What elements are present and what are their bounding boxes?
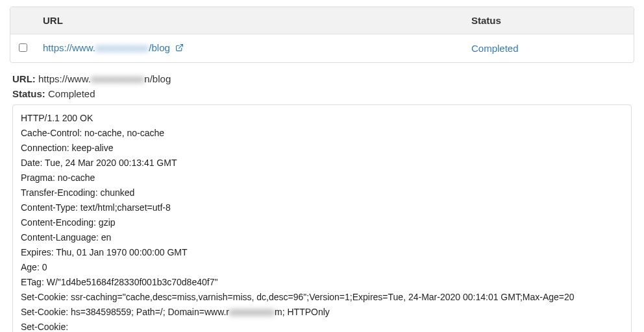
detail-status-value: Completed (48, 88, 95, 99)
detail-url-prefix: https://www. (38, 73, 91, 84)
http-header-line: Pragma: no-cache (21, 171, 623, 185)
url-suffix: /blog (149, 42, 170, 53)
http-header-line: Content-Language: en (21, 231, 623, 244)
http-header-line: Set-Cookie: ssr-caching="cache,desc=miss… (21, 290, 623, 304)
http-header-line: ETag: W/"1d4be51684f28330f001b3c70d8e40f… (21, 276, 623, 289)
http-header-line: Set-Cookie: svSession=fdaa079e63ff3f9ad8… (21, 320, 623, 332)
results-table-wrap: URL Status https://www.xxxxxxxxxxx/blog (10, 6, 634, 63)
detail-status-row: Status: Completed (12, 88, 632, 99)
http-header-line: Date: Tue, 24 Mar 2020 00:13:41 GMT (21, 156, 623, 170)
http-header-line: Set-Cookie: hs=384598559; Path=/; Domain… (21, 305, 623, 319)
external-link-icon (175, 43, 184, 54)
results-table: URL Status https://www.xxxxxxxxxxx/blog (10, 7, 634, 62)
table-row: https://www.xxxxxxxxxxx/blog Completed (10, 34, 634, 62)
detail-url-row: URL: https://www.xxxxxxxxxxxn/blog (12, 73, 632, 84)
http-header-line: Content-Encoding: gzip (21, 216, 623, 230)
status-link[interactable]: Completed (471, 43, 519, 54)
detail-url-label: URL: (12, 73, 36, 84)
url-prefix: https://www. (43, 42, 95, 53)
http-header-line: Expires: Thu, 01 Jan 1970 00:00:00 GMT (21, 246, 623, 259)
svg-line-0 (179, 45, 182, 49)
detail-url-suffix: n/blog (144, 73, 171, 84)
http-header-line: Cache-Control: no-cache, no-cache (21, 126, 623, 140)
detail-status-label: Status: (12, 88, 45, 99)
detail-url-blurred: xxxxxxxxxxx (91, 73, 145, 84)
http-header-line: Age: 0 (21, 261, 623, 274)
row-checkbox[interactable] (19, 43, 27, 52)
url-blurred: xxxxxxxxxxx (95, 42, 149, 53)
header-url: URL (36, 7, 465, 34)
header-checkbox-col (10, 7, 36, 34)
http-header-line: Transfer-Encoding: chunked (21, 186, 623, 200)
http-header-line: HTTP/1.1 200 OK (21, 112, 623, 125)
header-status: Status (465, 7, 634, 34)
url-link[interactable]: https://www.xxxxxxxxxxx/blog (43, 42, 184, 53)
http-header-line: Content-Type: text/html;charset=utf-8 (21, 201, 623, 215)
http-headers-box: HTTP/1.1 200 OKCache-Control: no-cache, … (12, 104, 632, 332)
detail-block: URL: https://www.xxxxxxxxxxxn/blog Statu… (10, 73, 634, 332)
http-header-line: Connection: keep-alive (21, 141, 623, 155)
